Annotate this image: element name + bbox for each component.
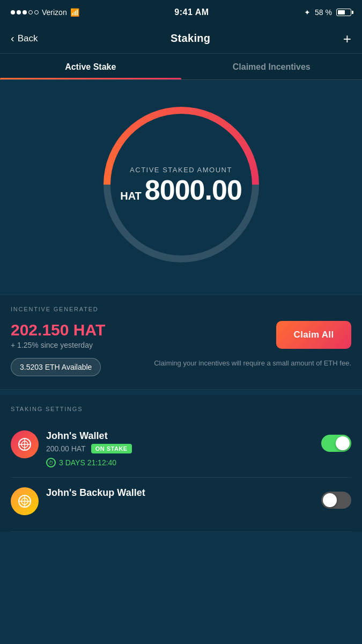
back-button[interactable]: ‹ Back <box>11 32 38 45</box>
wallet-toggle-1[interactable] <box>321 435 351 452</box>
carrier-label: Verizon <box>42 8 67 17</box>
incentive-section: INCENTIVE GENERATED 202.150 HAT + 1.25% … <box>0 295 362 390</box>
wallet-amount-1: 200.00 HAT <box>46 444 86 453</box>
status-bar: Verizon 📶 9:41 AM ✦ 58 % <box>0 0 362 24</box>
page-title: Staking <box>171 32 210 45</box>
status-time: 9:41 AM <box>174 8 209 17</box>
staked-amount-value: 8000.00 <box>145 176 242 204</box>
battery-icon <box>336 9 351 16</box>
tabs-container: Active Stake Claimed Incentives <box>0 54 362 80</box>
wallet-amount-row-1: 200.00 HAT ON STAKE <box>46 444 314 453</box>
toggle-container-2 <box>321 487 351 509</box>
signal-icon <box>11 10 39 14</box>
toggle-knob-2 <box>323 493 337 507</box>
incentive-left: 202.150 HAT + 1.25% since yesterday <box>11 321 105 349</box>
staked-amount-row: HAT 8000.00 <box>120 176 242 204</box>
incentive-row: 202.150 HAT + 1.25% since yesterday Clai… <box>11 321 351 349</box>
eth-available-badge: 3.5203 ETH Available <box>11 358 101 376</box>
wallet-icon-secondary <box>11 487 39 515</box>
battery-percent: 58 % <box>315 8 332 17</box>
eth-fee-note: Claiming your incentives will require a … <box>109 358 351 369</box>
wallet-icon-primary <box>11 430 39 458</box>
status-left: Verizon 📶 <box>11 8 79 17</box>
staked-amount-section: ACTIVE STAKED AMOUNT HAT 8000.00 <box>0 80 362 295</box>
tab-active-stake[interactable]: Active Stake <box>0 54 181 79</box>
wallet-name-1: John's Wallet <box>46 430 314 442</box>
staked-amount-inner: ACTIVE STAKED AMOUNT HAT 8000.00 <box>110 114 252 255</box>
on-stake-badge-1: ON STAKE <box>91 444 132 453</box>
wallet-name-2: John's Backup Wallet <box>46 487 314 499</box>
claim-all-button[interactable]: Claim All <box>276 321 351 349</box>
incentive-section-label: INCENTIVE GENERATED <box>11 306 351 312</box>
status-right: ✦ 58 % <box>304 8 351 17</box>
tab-claimed-incentives[interactable]: Claimed Incentives <box>181 54 363 79</box>
wallet-item-2: John's Backup Wallet <box>11 478 351 532</box>
incentive-amount: 202.150 HAT <box>11 321 105 339</box>
back-label: Back <box>18 33 38 44</box>
wallet-item-1: John's Wallet 200.00 HAT ON STAKE ⏱ 3 DA… <box>11 421 351 478</box>
toggle-container-1 <box>321 430 351 452</box>
wallet-info-1: John's Wallet 200.00 HAT ON STAKE ⏱ 3 DA… <box>46 430 314 467</box>
wallet-timer-1: ⏱ 3 DAYS 21:12:40 <box>46 458 314 467</box>
incentive-change: + 1.25% since yesterday <box>11 341 105 349</box>
timer-icon-1: ⏱ <box>46 458 56 467</box>
bluetooth-icon: ✦ <box>304 8 311 17</box>
staked-amount-label: ACTIVE STAKED AMOUNT <box>130 166 232 174</box>
staking-settings-label: STAKING SETTINGS <box>11 406 351 412</box>
toggle-knob-1 <box>336 436 350 450</box>
wifi-icon: 📶 <box>70 8 79 17</box>
staked-currency: HAT <box>120 190 142 202</box>
eth-row: 3.5203 ETH Available Claiming your incen… <box>11 358 351 376</box>
wallet-toggle-2[interactable] <box>321 492 351 509</box>
staked-amount-ring: ACTIVE STAKED AMOUNT HAT 8000.00 <box>104 107 259 262</box>
back-chevron-icon: ‹ <box>11 32 14 45</box>
add-button[interactable]: + <box>343 32 351 46</box>
staking-settings-section: STAKING SETTINGS John's Wallet 200.00 HA… <box>0 395 362 532</box>
wallet-info-2: John's Backup Wallet <box>46 487 314 501</box>
nav-bar: ‹ Back Staking + <box>0 24 362 54</box>
